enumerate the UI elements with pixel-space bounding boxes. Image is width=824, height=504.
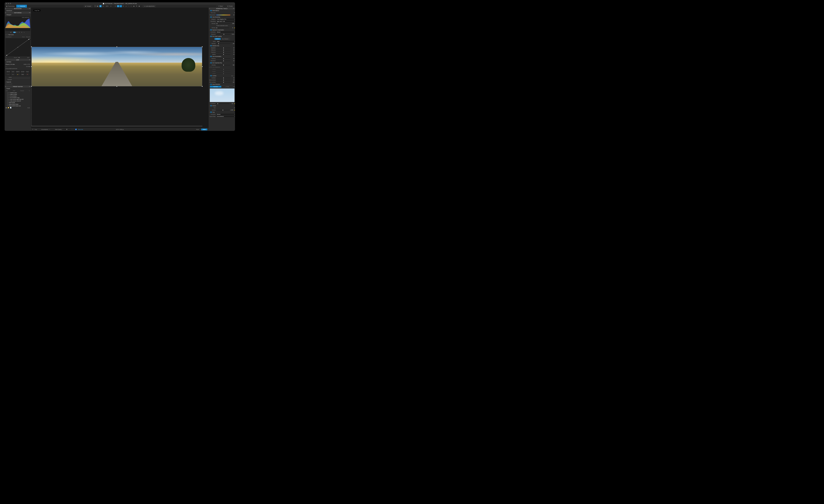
histogram-row[interactable]: ▾Histogram — [5, 14, 31, 16]
preset-checkbox[interactable] — [7, 97, 8, 98]
tonecurve-row[interactable]: ▾ Tone Curve — [5, 34, 31, 36]
histo-tab-g[interactable]: G — [18, 32, 20, 33]
preset-item[interactable]: 5 - Auto-horizon Agfa Vista 200 — [5, 98, 31, 100]
rendering-select[interactable]: Agfa Vista™ 200 — [216, 21, 234, 22]
crop-row[interactable]: ▾Crop — [209, 111, 235, 113]
one-to-one-button[interactable]: 1:1 — [102, 5, 104, 7]
exposure-row[interactable]: ▾Exposure Compensation — [209, 29, 235, 31]
local-adjustments-button[interactable]: ◎ Local adjustments — [143, 5, 156, 7]
accent-slider-1[interactable] — [216, 61, 230, 61]
seltone-slider-2[interactable] — [216, 52, 230, 53]
preset-checkbox[interactable] — [7, 95, 8, 97]
reset-button[interactable]: ↺ Reset — [217, 5, 224, 7]
preview-tool[interactable]: 👁 — [135, 5, 138, 7]
noise-row[interactable]: ▾Noise Reduction — [209, 83, 235, 85]
preset-discard[interactable]: Discard — [20, 90, 24, 91]
preset-view-thumb[interactable]: ▣ — [6, 107, 7, 108]
temperature-value[interactable]: 0 — [230, 14, 234, 15]
contrast-value-0[interactable]: 0 — [230, 77, 234, 79]
histo-tab-b[interactable]: B — [21, 32, 23, 33]
protect-intensity-slider[interactable] — [216, 28, 229, 28]
eyedropper-icon[interactable]: ✎ — [234, 12, 235, 13]
preset-item[interactable]: Andau 5DSR Shade — [5, 103, 31, 105]
accent-value-1[interactable]: 0 — [230, 60, 234, 61]
curve-reset[interactable]: Reset — [22, 36, 25, 37]
crop-close-button[interactable]: Close — [201, 128, 207, 130]
histo-tab-l[interactable]: L — [23, 32, 25, 33]
horizon-row[interactable]: ▾Horizon — [209, 105, 235, 107]
fit-button[interactable]: ⊡ — [94, 5, 96, 7]
close-window-button[interactable] — [6, 3, 7, 4]
lens-slider-2[interactable] — [216, 74, 230, 74]
menu-icon[interactable]: ≡▾ — [29, 8, 30, 9]
horizon-tool-icon[interactable]: ⊟ — [234, 107, 235, 109]
wand-icon[interactable]: ✨ — [234, 109, 235, 111]
curve-reset-all[interactable]: Reset All — [26, 36, 30, 37]
horizon-tool[interactable]: ⟍ — [127, 5, 130, 7]
gamma-value[interactable]: 1.00 — [18, 57, 20, 58]
preset-checkbox[interactable] — [7, 102, 8, 103]
info-tool[interactable]: ⓘ — [114, 5, 117, 7]
wand-icon[interactable]: ✨ — [234, 103, 235, 104]
accent-slider-0[interactable] — [216, 59, 230, 59]
presets-row[interactable]: ▾Presets — [5, 88, 31, 90]
preset-checkbox[interactable] — [7, 100, 8, 102]
seltone-value-2[interactable]: 3 — [230, 52, 234, 53]
wand-icon[interactable]: ✨ — [234, 27, 235, 28]
sl-mode-select[interactable]: Slight — [216, 41, 234, 42]
close-icon[interactable]: × — [209, 8, 210, 9]
color-accent-row[interactable]: ▾Color Accentuation — [209, 56, 235, 58]
panorama-image[interactable] — [31, 47, 202, 86]
redeye-tool[interactable]: ◉ — [133, 5, 135, 7]
contrast-auto[interactable]: Auto — [231, 75, 233, 76]
perspective-tool[interactable]: ▱ — [125, 5, 127, 7]
seltone-slider-1[interactable] — [216, 50, 230, 50]
highlight-clip-icon[interactable]: ✦ — [11, 32, 12, 33]
preset-checkbox[interactable] — [7, 94, 8, 95]
preset-view-doc[interactable]: 📄 — [10, 107, 11, 108]
spot-weighted-tab[interactable]: Spot Weighted — [221, 38, 230, 40]
grid-toggle[interactable]: ▦ — [138, 5, 140, 7]
presets-button[interactable]: ☰ Presets — [226, 5, 234, 7]
uniform-tab[interactable]: Uniform — [215, 38, 221, 40]
preset-item[interactable]: 3 - Black & White — [5, 93, 31, 95]
movezoom-row[interactable]: ▸ Move/Zoom — [5, 10, 31, 12]
show-grid-checkbox[interactable] — [75, 129, 77, 130]
close-icon[interactable]: × — [5, 12, 6, 13]
preset-item[interactable]: 2 - Neutral colors — [5, 92, 31, 93]
preset-checkbox[interactable] — [7, 105, 8, 106]
seltone-value-1[interactable]: 6 — [230, 49, 234, 51]
crop-reset-button[interactable]: Reset — [195, 128, 200, 130]
accent-value-0[interactable]: 0 — [230, 58, 234, 59]
menu-icon[interactable]: ≡▾ — [29, 59, 30, 61]
maximize-window-button[interactable] — [10, 3, 11, 4]
preset-item[interactable]: 5 - Auto-horizon Leica M9 — [5, 100, 31, 102]
contrast-value-2[interactable]: 33 — [230, 82, 234, 83]
menu-icon[interactable]: ≡▾ — [233, 8, 234, 9]
histo-tab-rgb[interactable]: RGB — [13, 32, 15, 33]
close-icon[interactable]: × — [5, 86, 6, 87]
keywords-row[interactable]: ▾Keywords — [5, 81, 31, 83]
lens-slider-0[interactable] — [216, 69, 230, 70]
preset-item[interactable]: Andau 5DSR — [5, 102, 31, 103]
seltone-slider-0[interactable] — [216, 48, 230, 48]
curve-channel[interactable]: Master — [8, 36, 11, 37]
show-grid-label[interactable]: Show Grid — [78, 129, 83, 130]
preset-save[interactable]: Save — [13, 90, 15, 91]
wb-row[interactable]: ▾White Balance — [209, 10, 235, 12]
preset-view-folder[interactable]: 📁 — [8, 107, 9, 108]
seltone-value-3[interactable]: -5 — [230, 54, 234, 55]
luminance-slider[interactable] — [216, 103, 229, 104]
preset-checkbox[interactable] — [7, 99, 8, 100]
preset-edit[interactable]: Edit — [6, 90, 8, 91]
preset-checkbox[interactable] — [7, 104, 8, 105]
exif-row[interactable]: ▾Exif Editor — [5, 61, 31, 63]
temperature-slider[interactable] — [216, 15, 230, 15]
smart-lighting-row[interactable]: ▾DxO Smart Lighting — [209, 35, 235, 37]
magnifier-icon[interactable]: ⊕ — [233, 86, 234, 87]
crop-mode-select[interactable]: Unconstrained — [41, 129, 48, 130]
lens-sharpness-row[interactable]: ▾Lens Sharpness — [209, 66, 235, 68]
category-select[interactable]: Color Negative Film — [216, 18, 234, 20]
tab-photolibrary[interactable]: ▦ PhotoLibrary — [5, 5, 16, 8]
preset-menu[interactable]: ▾ — [29, 90, 30, 92]
